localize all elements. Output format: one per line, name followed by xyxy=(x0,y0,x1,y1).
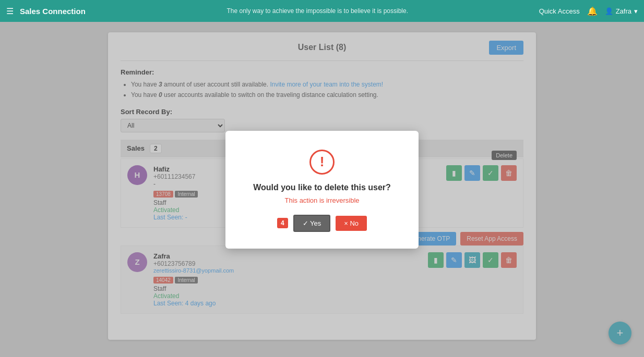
menu-icon[interactable]: ☰ xyxy=(6,6,14,16)
modal-subtitle: This action is irreversible xyxy=(246,196,398,204)
app-header: ☰ Sales Connection The only way to achie… xyxy=(0,0,644,22)
delete-confirmation-dialog: ! Would you like to delete this user? Th… xyxy=(225,131,419,249)
header-right-section: Quick Access 🔔 👤 Zafra ▾ xyxy=(539,6,638,16)
username-label: Zafra xyxy=(616,7,631,15)
chevron-down-icon: ▾ xyxy=(634,7,638,15)
app-logo: Sales Connection xyxy=(20,7,86,16)
main-content: User List (8) Export Reminder: You have … xyxy=(0,22,644,357)
bell-icon[interactable]: 🔔 xyxy=(587,6,598,16)
user-menu[interactable]: 👤 Zafra ▾ xyxy=(605,7,638,15)
warning-icon: ! xyxy=(309,150,335,175)
user-icon: 👤 xyxy=(605,7,613,15)
modal-overlay: ! Would you like to delete this user? Th… xyxy=(0,22,644,357)
modal-title: Would you like to delete this user? xyxy=(246,183,398,192)
header-tagline: The only way to achieve the impossible i… xyxy=(96,7,539,15)
modal-yes-button[interactable]: ✓ Yes xyxy=(293,215,331,232)
modal-no-button[interactable]: × No xyxy=(336,216,367,231)
modal-buttons: 4 ✓ Yes × No xyxy=(246,215,398,232)
modal-step-badge: 4 xyxy=(277,218,288,228)
quick-access-link[interactable]: Quick Access xyxy=(539,7,580,15)
